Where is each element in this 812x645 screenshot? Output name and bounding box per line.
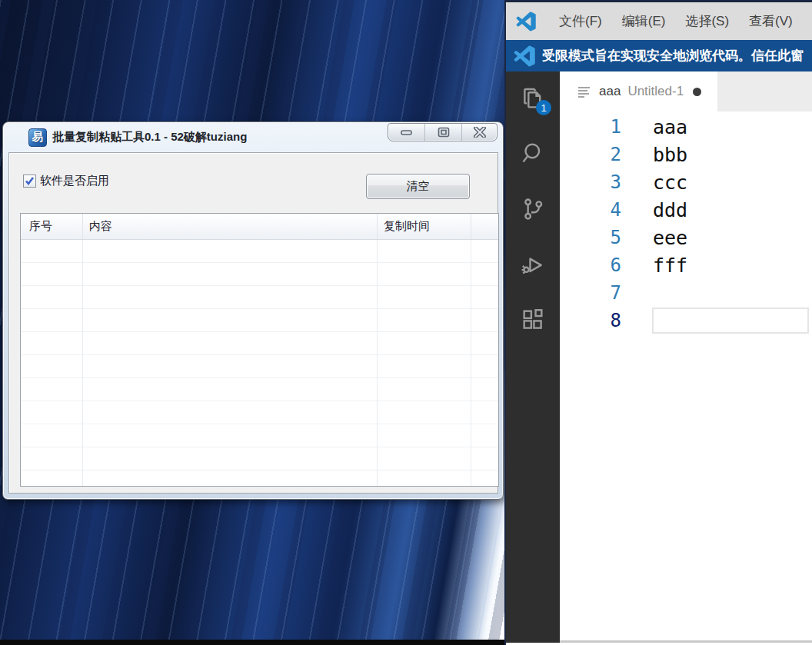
menu-item-3[interactable]: 选择(S) [675, 12, 739, 30]
table-row [21, 309, 498, 332]
menu-item-2[interactable]: 编辑(E) [612, 12, 676, 30]
code-line-2[interactable]: 2bbb [560, 141, 812, 168]
close-icon [474, 127, 486, 138]
table-header: 序号 内容 复制时间 [21, 214, 498, 240]
line-number: 1 [560, 116, 621, 138]
batch-copy-tool-window: 易 批量复制粘贴工具0.1 - 52破解tuziang [2, 121, 504, 500]
table-row [21, 263, 498, 286]
tab-label: aaa [599, 84, 621, 99]
line-number: 2 [560, 144, 621, 165]
table-body [21, 240, 498, 487]
source-control-button[interactable] [520, 196, 546, 222]
window-title: 批量复制粘贴工具0.1 - 52破解tuziang [52, 130, 247, 145]
minimize-button[interactable] [388, 124, 425, 141]
extensions-icon [520, 307, 546, 333]
line-text: ccc [621, 171, 687, 194]
tab-bar: aaa Untitled-1 [560, 71, 812, 111]
search-icon [520, 141, 546, 167]
line-text: bbb [621, 144, 687, 166]
current-line-highlight [652, 308, 809, 334]
line-text: ddd [621, 199, 687, 221]
table-row [21, 355, 498, 378]
run-debug-icon [520, 251, 546, 278]
editor-group: aaa Untitled-1 1aaa2bbb3ccc4ddd5eee6fff7… [560, 71, 812, 643]
line-text: fff [621, 254, 687, 277]
table-row [21, 447, 498, 470]
line-text: eee [621, 227, 687, 249]
line-number: 3 [560, 171, 621, 193]
line-number: 5 [560, 227, 621, 248]
code-line-5[interactable]: 5eee [560, 224, 812, 251]
extensions-button[interactable] [520, 307, 546, 333]
search-button[interactable] [520, 141, 546, 167]
code-line-8[interactable]: 8 [560, 307, 812, 334]
table-row [21, 286, 498, 309]
close-button[interactable] [462, 124, 497, 141]
minimize-icon [401, 128, 413, 136]
line-number: 6 [560, 254, 621, 276]
code-line-6[interactable]: 6fff [560, 251, 812, 279]
table-row [21, 470, 498, 487]
vscode-window: 文件(F)编辑(E)选择(S)查看(V) 受限模式旨在实现安全地浏览代码。信任此… [504, 0, 812, 645]
banner-text: 受限模式旨在实现安全地浏览代码。信任此窗 [542, 47, 804, 65]
column-header-content[interactable]: 内容 [83, 214, 378, 239]
menu-item-1[interactable]: 文件(F) [549, 12, 612, 30]
clipboard-table: 序号 内容 复制时间 [20, 213, 499, 487]
vscode-body: 1 [506, 71, 812, 643]
activity-bar: 1 [506, 71, 560, 643]
maximize-icon [438, 127, 450, 138]
tab-description: Untitled-1 [627, 84, 684, 99]
line-number: 7 [560, 282, 621, 304]
enable-row: 软件是否启用 [23, 174, 109, 188]
enable-checkbox[interactable] [23, 175, 36, 188]
column-header-stub [471, 214, 498, 239]
enable-checkbox-label[interactable]: 软件是否启用 [40, 174, 109, 188]
screen: 易 批量复制粘贴工具0.1 - 52破解tuziang [0, 0, 812, 645]
code-line-1[interactable]: 1aaa [560, 113, 812, 141]
menu-item-4[interactable]: 查看(V) [739, 12, 803, 30]
check-icon [25, 176, 35, 186]
vscode-logo-icon [516, 12, 536, 32]
window-titlebar[interactable]: 易 批量复制粘贴工具0.1 - 52破解tuziang [3, 122, 503, 152]
explorer-button[interactable]: 1 [520, 85, 546, 111]
clear-button[interactable]: 清空 [366, 174, 470, 199]
source-control-icon [520, 196, 546, 222]
table-row [21, 424, 498, 447]
column-header-index[interactable]: 序号 [21, 214, 83, 239]
modified-dot-icon[interactable] [693, 88, 701, 96]
column-divider [82, 240, 83, 487]
vscode-bottom-edge [560, 640, 812, 643]
table-row [21, 401, 498, 424]
taskbar-edge [0, 640, 504, 645]
tab-untitled-1[interactable]: aaa Untitled-1 [560, 71, 717, 111]
code-line-3[interactable]: 3ccc [560, 168, 812, 196]
line-text: aaa [621, 116, 687, 138]
restricted-mode-banner: 受限模式旨在实现安全地浏览代码。信任此窗 [506, 40, 812, 71]
table-row [21, 240, 498, 263]
app-icon: 易 [28, 128, 47, 147]
column-header-time[interactable]: 复制时间 [378, 214, 471, 239]
menubar: 文件(F)编辑(E)选择(S)查看(V) [549, 12, 803, 30]
line-number: 4 [560, 199, 621, 221]
run-debug-button[interactable] [520, 251, 546, 278]
code-line-7[interactable]: 7 [560, 279, 812, 307]
maximize-button[interactable] [425, 124, 462, 141]
column-divider [471, 240, 471, 487]
window-controls [388, 123, 498, 141]
column-divider [377, 240, 378, 487]
table-row [21, 332, 498, 355]
line-number: 8 [560, 310, 621, 331]
code-editor[interactable]: 1aaa2bbb3ccc4ddd5eee6fff78 [560, 111, 812, 640]
table-row [21, 378, 498, 401]
text-file-icon [577, 85, 591, 98]
vscode-titlebar[interactable]: 文件(F)编辑(E)选择(S)查看(V) [506, 2, 812, 40]
window-content: 软件是否启用 清空 序号 内容 复制时间 [8, 152, 498, 494]
vscode-logo-icon [514, 45, 535, 67]
explorer-badge: 1 [536, 100, 551, 115]
code-line-4[interactable]: 4ddd [560, 196, 812, 224]
